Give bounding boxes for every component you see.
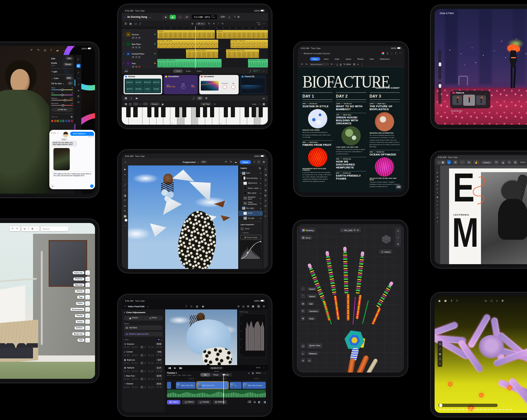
record-icon[interactable]: ◉ [438, 299, 441, 302]
menu-button[interactable]: ☰ [453, 160, 458, 164]
duplicate-icon[interactable]: ⧉ [254, 401, 256, 403]
preset-cell[interactable]: Synth Pluck [125, 86, 134, 93]
font-selector[interactable]: Antipol Medium [309, 63, 329, 66]
foreground-color[interactable] [124, 215, 127, 218]
decay-knob[interactable] [223, 85, 227, 89]
inspector-button[interactable]: Soften◻ [76, 319, 90, 324]
camera-icon[interactable]: ▣ [439, 353, 441, 355]
midi-region[interactable]: Keyboard Player - Broken Chords [186, 49, 218, 58]
viewer-zoom[interactable]: 74 % [256, 367, 260, 369]
more-icon[interactable]: ⋯ [258, 103, 261, 105]
mute-solo-record[interactable]: MSR [132, 37, 153, 39]
tool-icon[interactable]: ⌖ [437, 221, 438, 223]
inspector-icon[interactable]: ◻ [85, 319, 90, 324]
render-progress-bar[interactable] [438, 404, 498, 407]
split-icon[interactable]: ◫ [129, 103, 132, 105]
overwrite-icon[interactable]: ⧉ [252, 372, 254, 374]
midi-region[interactable]: Keyboard Player - Block Chords [226, 49, 259, 58]
heal-icon[interactable]: ◔ [78, 77, 79, 80]
doc-title[interactable]: Fragmented [183, 161, 195, 163]
draw-icon[interactable]: ✎ [222, 23, 223, 25]
bar-ruler[interactable]: 1234567891011121314151617 [122, 27, 268, 30]
plugin-alchemy[interactable]: Alchemy Bright SynthEpic SynthMetallic S… [124, 75, 162, 94]
shape-tool-icon[interactable]: ▭ [124, 204, 126, 207]
tool-icon[interactable]: ➤ [436, 172, 438, 174]
expand-icon[interactable]: ⤢ [439, 348, 441, 350]
audio-region[interactable]: Drummer [157, 30, 215, 39]
more-icon[interactable]: ⋯ [399, 52, 402, 55]
record-icon[interactable]: ◉ [202, 305, 204, 308]
visibility-icon[interactable]: ◉ [260, 217, 262, 219]
section-view-tool[interactable]: ◫Section ViewOff [301, 343, 323, 349]
plugin-power-icon[interactable] [165, 76, 167, 78]
track-row-drummer[interactable]: 1◎DrummerMSR DrummerDrummer [122, 30, 268, 39]
inspector-button[interactable]: Entity Info◻ [73, 270, 90, 275]
export-icon[interactable]: ⇲ [23, 227, 26, 230]
node-tool[interactable]: ☝ [473, 160, 479, 164]
mute-solo-record[interactable]: MSR [132, 46, 153, 49]
inspector-button[interactable]: Environment◻ [71, 307, 90, 312]
temp-slider[interactable]: Temp0 [51, 87, 73, 90]
ribbon-tabs[interactable]: HomeInsertDrawLayoutReviewViewReferences [298, 56, 405, 62]
select-mode[interactable]: Select [256, 372, 261, 374]
detail-tabs[interactable]: TrackSendsOutput [173, 69, 204, 73]
disable-icon[interactable]: ⊘ [238, 305, 240, 308]
document-pill[interactable]: ⌂RH_0003⟳⊖ [340, 228, 361, 233]
layer-row-selected[interactable]: Curve◉ [239, 211, 263, 216]
undo-icon[interactable]: ↶ [12, 227, 14, 230]
crop-icon[interactable]: ⌗ [78, 71, 79, 74]
visibility-icon[interactable]: ⊘ [301, 358, 305, 363]
tool-icon[interactable]: ✦ [436, 217, 438, 219]
export-icon[interactable]: ⇧ [451, 299, 453, 302]
shadows-slider[interactable]: ◔Shadows15.31 [124, 383, 163, 388]
multicam-button[interactable]: ⊞Multicam [213, 400, 227, 404]
black-point-slider[interactable]: ◓Black Point15.44 [124, 374, 163, 380]
wet-knob[interactable] [231, 85, 235, 89]
fade-icon[interactable]: ⟋ [217, 23, 219, 25]
highlight-icon[interactable]: A̲ [340, 63, 341, 66]
visibility-icon[interactable]: ◉ [260, 187, 262, 189]
tool-icon[interactable]: ▭ [436, 200, 438, 203]
octave-c3[interactable]: C3 [170, 107, 219, 125]
back-icon[interactable]: ‹ [124, 15, 125, 19]
grid-icon[interactable]: ⊞ [247, 305, 249, 308]
progress-knob[interactable] [439, 404, 442, 407]
masking-icon[interactable]: ◑ [78, 83, 79, 86]
octave-up-button[interactable]: › [143, 102, 148, 105]
background-color[interactable] [125, 219, 127, 222]
drag-on-image-button[interactable]: ☝ Drag on image [240, 235, 261, 239]
style-selector[interactable]: ‹ Default › [481, 161, 492, 164]
track-row-bass[interactable]: 2♪Bass PlayerMSR Bass Player - Indie Dis… [122, 39, 268, 49]
loop-icon[interactable]: ↻ [208, 23, 210, 25]
home-icon[interactable]: ⌂ [342, 229, 343, 232]
light-section[interactable]: LIGHT [124, 339, 129, 341]
plugin-chromaglow[interactable]: ChromaGlow ModelModern Tube Drive StyleC… [164, 75, 198, 94]
layers-panel-icon[interactable]: ⇅ [265, 168, 266, 171]
isolate-icon[interactable]: ▲ [397, 243, 399, 245]
preset-cell[interactable]: Modern Pad [152, 79, 161, 86]
layer-row[interactable]: ▾Adjustments◉ [239, 181, 263, 186]
midi-region-pad[interactable]: Keyboard Player - Simple Pad [248, 59, 268, 68]
tool-icon[interactable]: ◉ [436, 196, 438, 198]
check-icon[interactable]: ◎ [242, 305, 245, 308]
overlay-icon-active[interactable]: ⧉ [257, 305, 260, 308]
auto-button[interactable]: Auto [66, 57, 73, 60]
lcd-display[interactable]: 5 1 1 086 127,0 4/4C maj [192, 14, 217, 19]
delete-icon[interactable]: ✕ [213, 23, 215, 25]
layer-row[interactable]: Saturation boost◉ [239, 196, 263, 201]
inspector-icon[interactable]: ◻ [85, 326, 90, 330]
alchemy-presets[interactable]: Bright SynthEpic SynthMetallic SwellMode… [125, 79, 161, 93]
undo-icon[interactable]: ↶ [301, 63, 303, 66]
adjust-icon[interactable]: ◩ [265, 194, 267, 197]
animation-frame-current[interactable] [463, 95, 475, 106]
curves-graph[interactable] [240, 240, 261, 260]
eraser-tool-icon[interactable]: ◪ [124, 194, 126, 197]
media-icon[interactable]: ▦ [252, 305, 255, 308]
editor-button[interactable]: ✎Editor [343, 63, 351, 66]
color-mix-button[interactable]: ◎ Color mix [51, 108, 73, 112]
underline-button[interactable]: U [337, 63, 338, 65]
edit-mode-segments[interactable]: ClipRangeEdge [200, 373, 232, 377]
pen-tool-icon[interactable]: ✎ [124, 210, 126, 212]
layer-row[interactable]: Top right◉ [239, 216, 263, 221]
animation-frame[interactable] [452, 95, 462, 105]
